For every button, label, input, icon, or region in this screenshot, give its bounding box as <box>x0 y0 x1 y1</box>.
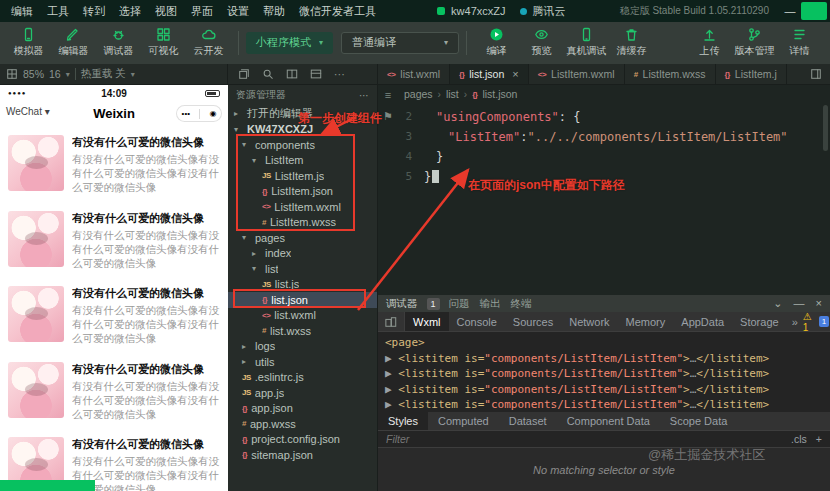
toolbar-cloud-button[interactable]: 云开发 <box>186 27 231 58</box>
tree-folder-components[interactable]: ▾components <box>228 137 377 153</box>
more-dots-icon[interactable]: ••• <box>182 109 190 118</box>
minimize-icon[interactable]: — <box>794 297 805 310</box>
devtools-tab-Console[interactable]: Console <box>449 312 505 331</box>
styles-tab-Computed[interactable]: Computed <box>428 412 499 430</box>
tree-folder-utils[interactable]: ▸utils <box>228 354 377 370</box>
open-editors-row[interactable]: ▸ 打开的编辑器 <box>228 105 377 121</box>
hot-reload-toggle[interactable]: 热重载 关 <box>81 67 126 81</box>
menu-item-微信开发者工具[interactable]: 微信开发者工具 <box>292 4 383 19</box>
chevron-down-icon[interactable]: ▾ <box>131 70 135 79</box>
toolbar-version-button[interactable]: 版本管理 <box>732 27 777 58</box>
wxml-node[interactable]: ▶ <listitem is="components/ListItem/List… <box>385 366 823 382</box>
project-root-row[interactable]: ▾ KW47XCXZJ <box>228 121 377 137</box>
device-toolbar-icon[interactable] <box>378 312 405 331</box>
tree-file-ListItem.json[interactable]: {}ListItem.json <box>228 184 377 200</box>
tab-list.json[interactable]: {}list.json× <box>450 64 529 84</box>
close-icon[interactable]: × <box>816 297 822 310</box>
styles-tab-Component Data[interactable]: Component Data <box>557 412 660 430</box>
compile-mode-select[interactable]: 普通编译 ▾ <box>341 32 459 54</box>
expand-arrow-icon[interactable]: ▶ <box>385 367 398 380</box>
tree-file-ListItem.wxss[interactable]: #ListItem.wxss <box>228 215 377 231</box>
devtools-tab-Storage[interactable]: Storage <box>732 312 787 331</box>
tree-file-list.wxss[interactable]: #list.wxss <box>228 323 377 339</box>
explorer-more-icon[interactable]: ⋯ <box>359 90 369 101</box>
tree-file-app.json[interactable]: {}app.json <box>228 401 377 417</box>
toolbar-editor-button[interactable]: 编辑器 <box>51 27 96 58</box>
debugger-link-终端[interactable]: 终端 <box>511 297 532 311</box>
code-area[interactable]: 2"usingComponents": {3"ListItem":"../../… <box>398 103 830 295</box>
list-item[interactable]: 有没有什么可爱的微信头像有没有什么可爱的微信头像有没有什么可爱的微信头像有没有什… <box>0 354 228 430</box>
zoom-level[interactable]: 85% <box>23 68 44 80</box>
tree-file-app.js[interactable]: JSapp.js <box>228 385 377 401</box>
editor-scrollbar[interactable] <box>823 105 828 151</box>
cls-toggle[interactable]: .cls <box>791 433 807 445</box>
toolbar-visual-button[interactable]: 可视化 <box>141 27 186 58</box>
layout-icon[interactable] <box>310 68 322 80</box>
minimize-button[interactable]: — <box>779 5 801 17</box>
tree-folder-ListItem[interactable]: ▾ListItem <box>228 153 377 169</box>
tree-folder-logs[interactable]: ▸logs <box>228 339 377 355</box>
tab-ListItem.wxml[interactable]: <>ListItem.wxml <box>529 64 625 84</box>
tree-file-list.js[interactable]: JSlist.js <box>228 277 377 293</box>
debugger-link-输出[interactable]: 输出 <box>480 297 501 311</box>
code-editor[interactable]: ≡ ⚑ pages›list›{}list.json 2"usingCompon… <box>378 85 830 295</box>
add-style-button[interactable]: + <box>816 433 822 445</box>
split-editor-icon[interactable] <box>802 64 830 84</box>
mini-program-capsule[interactable]: ••• ◉ <box>176 105 222 122</box>
tree-file-ListItem.js[interactable]: JSListItem.js <box>228 168 377 184</box>
copy-icon[interactable] <box>238 68 250 80</box>
more-tabs-icon[interactable]: » <box>787 312 803 331</box>
tree-file-list.json[interactable]: {}list.json <box>228 292 377 308</box>
menu-item-转到[interactable]: 转到 <box>76 4 112 19</box>
error-badge[interactable]: 1 <box>819 316 829 327</box>
devtools-tab-Sources[interactable]: Sources <box>505 312 561 331</box>
more-icon[interactable]: ⋯ <box>334 68 345 80</box>
tree-file-project.config.json[interactable]: {}project.config.json <box>228 432 377 448</box>
expand-arrow-icon[interactable]: ▶ <box>385 383 398 396</box>
chevron-down-icon[interactable]: ▾ <box>66 70 70 79</box>
menu-item-设置[interactable]: 设置 <box>220 4 256 19</box>
window-control-button[interactable] <box>801 2 827 20</box>
menu-item-帮助[interactable]: 帮助 <box>256 4 292 19</box>
tree-folder-pages[interactable]: ▾pages <box>228 230 377 246</box>
collapse-icon[interactable]: ⌄ <box>773 297 782 310</box>
wxml-node[interactable]: ▶ <listitem is="components/ListItem/List… <box>385 351 823 367</box>
wxml-root-node[interactable]: <page> <box>385 335 823 351</box>
tree-file-sitemap.json[interactable]: {}sitemap.json <box>228 447 377 463</box>
menu-item-工具[interactable]: 工具 <box>40 4 76 19</box>
mode-select[interactable]: 小程序模式 ▾ <box>246 32 333 54</box>
tree-file-ListItem.wxml[interactable]: <>ListItem.wxml <box>228 199 377 215</box>
wxml-node[interactable]: ▶ <listitem is="components/ListItem/List… <box>385 382 823 398</box>
toolbar-upload-button[interactable]: 上传 <box>687 27 732 58</box>
devtools-tab-Network[interactable]: Network <box>561 312 617 331</box>
wxml-node[interactable]: ▶ <listitem is="components/ListItem/List… <box>385 397 823 412</box>
menu-item-编辑[interactable]: 编辑 <box>4 4 40 19</box>
toolbar-compile-button[interactable]: 编译 <box>474 27 519 58</box>
toolbar-device-debug-button[interactable]: 真机调试 <box>564 27 609 58</box>
tree-folder-list[interactable]: ▾list <box>228 261 377 277</box>
toolbar-details-button[interactable]: 详情 <box>777 27 822 58</box>
tree-file-.eslintrc.js[interactable]: JS.eslintrc.js <box>228 370 377 386</box>
expand-arrow-icon[interactable]: ▶ <box>385 398 398 411</box>
tree-file-app.wxss[interactable]: #app.wxss <box>228 416 377 432</box>
close-icon[interactable]: × <box>512 68 518 80</box>
list-item[interactable]: 有没有什么可爱的微信头像有没有什么可爱的微信头像有没有什么可爱的微信头像有没有什… <box>0 203 228 279</box>
list-item[interactable]: 有没有什么可爱的微信头像有没有什么可爱的微信头像有没有什么可爱的微信头像有没有什… <box>0 127 228 203</box>
toolbar-simulator-button[interactable]: 模拟器 <box>6 27 51 58</box>
list-item[interactable]: 有没有什么可爱的微信头像有没有什么可爱的微信头像有没有什么可爱的微信头像有没有什… <box>0 278 228 354</box>
devtools-tab-Memory[interactable]: Memory <box>618 312 674 331</box>
breadcrumb-item[interactable]: list <box>446 88 459 100</box>
split-view-icon[interactable] <box>286 68 298 80</box>
menu-item-界面[interactable]: 界面 <box>184 4 220 19</box>
tab-list.wxml[interactable]: <>list.wxml <box>378 64 450 84</box>
tree-folder-index[interactable]: ▸index <box>228 246 377 262</box>
styles-tab-Scope Data[interactable]: Scope Data <box>660 412 737 430</box>
tab-ListItem.j[interactable]: {}ListItem.j <box>716 64 787 84</box>
breadcrumb-item[interactable]: pages <box>404 88 433 100</box>
styles-tab-Styles[interactable]: Styles <box>378 412 428 430</box>
breadcrumb-item[interactable]: list.json <box>482 88 517 100</box>
menu-item-选择[interactable]: 选择 <box>112 4 148 19</box>
bookmark-icon[interactable]: ⚑ <box>383 110 393 123</box>
debugger-title[interactable]: 调试器 <box>386 297 418 311</box>
search-icon[interactable] <box>262 68 274 80</box>
